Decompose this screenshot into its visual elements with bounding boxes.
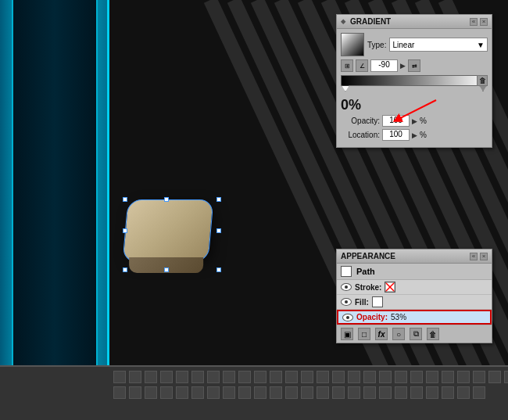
gradient-title-text: GRADIENT <box>350 17 391 26</box>
canvas-object[interactable] <box>125 199 219 270</box>
selection-handle-br[interactable] <box>216 267 221 272</box>
opacity-row: Opacity: 100 ▶ % <box>341 115 488 127</box>
location-stepper[interactable]: ▶ <box>412 131 417 139</box>
gradient-icon: ⊞ <box>341 59 353 72</box>
location-unit: % <box>420 131 427 139</box>
fill-label: Fill: <box>355 298 369 307</box>
gradient-stop-left[interactable] <box>342 85 349 92</box>
angle-arrow[interactable]: ▶ <box>400 62 406 70</box>
bottom-grid <box>109 367 508 420</box>
appearance-title: APPEARANCE <box>341 252 395 260</box>
selection-handle-bm[interactable] <box>164 267 169 272</box>
appearance-panel-controls: « × <box>470 253 488 260</box>
selection-handle-tl[interactable] <box>123 197 127 202</box>
dropdown-arrow: ▼ <box>477 41 485 49</box>
location-row: Location: 100 ▶ % <box>341 129 488 141</box>
angle-icon: ∠ <box>356 59 368 72</box>
path-row: Path <box>337 264 492 280</box>
diamond-icon: ◆ <box>341 18 345 25</box>
fill-color-box[interactable] <box>372 296 383 307</box>
appearance-collapse-button[interactable]: « <box>470 253 478 260</box>
stroke-x-icon <box>385 282 395 292</box>
selection-handle-bl[interactable] <box>123 267 127 272</box>
reverse-icon[interactable]: ⇄ <box>408 59 420 72</box>
type-select[interactable]: Linear ▼ <box>389 38 488 52</box>
opacity-input[interactable]: 100 <box>382 115 410 127</box>
layer-icon[interactable]: ▣ <box>341 328 353 340</box>
left-frame <box>0 0 109 420</box>
appearance-titlebar: APPEARANCE « × <box>337 249 492 264</box>
close-button[interactable]: × <box>480 18 488 26</box>
stroke-row: Stroke: <box>337 280 492 295</box>
path-color-box <box>341 266 352 277</box>
selection-handle-tr[interactable] <box>216 197 221 202</box>
circle-icon[interactable]: ○ <box>392 328 405 340</box>
angle-row: ⊞ ∠ -90 ▶ ⇄ <box>341 59 488 72</box>
delete-icon[interactable]: 🗑 <box>427 328 439 340</box>
fx-icon[interactable]: fx <box>375 328 388 340</box>
gradient-bar-wrapper: 🗑 <box>341 75 488 86</box>
angle-input[interactable]: -90 <box>370 59 398 72</box>
stroke-color-box[interactable] <box>385 282 395 293</box>
opacity-label: Opacity: <box>341 117 380 125</box>
opacity-unit: % <box>420 117 427 125</box>
gradient-preview[interactable] <box>341 33 364 56</box>
selection-handle-mr[interactable] <box>216 228 221 233</box>
stroke-visibility-icon[interactable] <box>341 283 352 291</box>
opacity-stepper[interactable]: ▶ <box>412 117 417 125</box>
gradient-stop-right[interactable] <box>479 85 487 92</box>
path-label: Path <box>356 267 375 276</box>
bottom-bar <box>0 365 508 420</box>
gradient-panel: ◆ GRADIENT « × Type: Linear ▼ ⊞ ∠ -90 ▶ … <box>336 14 492 148</box>
opacity-label-appearance: Opacity: <box>356 313 388 321</box>
opacity-percent-display: 0% <box>341 97 488 113</box>
appearance-content: Path Stroke: Fill: Opacity: 53% <box>337 264 492 325</box>
panel-controls: « × <box>470 18 488 26</box>
selection-handle-tm[interactable] <box>164 197 169 202</box>
appearance-panel: APPEARANCE « × Path Stroke: <box>336 249 492 343</box>
stroke-label: Stroke: <box>355 283 381 292</box>
type-label: Type: <box>367 41 386 49</box>
location-input[interactable]: 100 <box>382 129 410 141</box>
selection-handle-ml[interactable] <box>123 228 127 233</box>
fill-visibility-icon[interactable] <box>341 298 352 306</box>
type-value: Linear <box>392 41 414 49</box>
fill-row: Fill: <box>337 295 492 310</box>
appearance-footer: ▣ □ fx ○ ⧉ 🗑 <box>337 325 492 343</box>
gradient-type-row: Type: Linear ▼ <box>341 33 488 56</box>
copy-icon[interactable]: ⧉ <box>410 328 422 340</box>
gradient-titlebar: ◆ GRADIENT « × <box>337 15 492 29</box>
left-frame-inner <box>12 0 98 420</box>
trash-icon[interactable]: 🗑 <box>477 75 488 86</box>
gradient-content: Type: Linear ▼ ⊞ ∠ -90 ▶ ⇄ 🗑 0% Opaci <box>337 29 492 147</box>
gradient-title: ◆ GRADIENT <box>341 17 391 26</box>
object-shape <box>123 199 214 262</box>
collapse-button[interactable]: « <box>470 18 478 26</box>
appearance-title-text: APPEARANCE <box>341 252 395 260</box>
appearance-close-button[interactable]: × <box>480 253 488 260</box>
opacity-value-appearance[interactable]: 53% <box>391 313 406 321</box>
gradient-bar[interactable] <box>341 75 488 86</box>
opacity-visibility-icon[interactable] <box>342 314 353 321</box>
opacity-row-appearance: Opacity: 53% <box>337 310 492 325</box>
location-label: Location: <box>341 131 380 139</box>
shape-icon[interactable]: □ <box>358 328 370 340</box>
